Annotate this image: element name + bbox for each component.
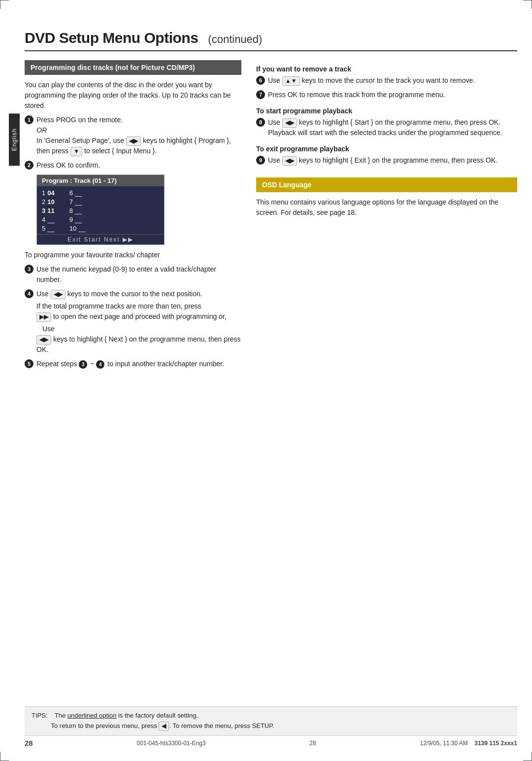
prog-row-6: 6 __ (69, 189, 86, 197)
prog-row-10: 10 __ (69, 225, 86, 232)
step-7-content: Press OK to remove this track from the p… (268, 90, 517, 100)
step-8-number: 8 (256, 118, 265, 127)
start-playback-heading: To start programme playback (256, 107, 517, 115)
page-number: 28 (25, 739, 33, 747)
step-8: 8 Use ◀▶ keys to highlight { Start } on … (256, 117, 517, 138)
step-4-text-d: keys to highlight { Next } on the progra… (36, 335, 240, 353)
footer-date-model: 12/9/05, 11:30 AM 3139 115 2xxx1 (420, 740, 517, 747)
footer-date: 12/9/05, 11:30 AM (420, 740, 467, 747)
step-1-text-e: to select { Input Menu }. (84, 147, 157, 155)
arrow-keys-step6: ▲▼ (282, 76, 300, 86)
step-5-number: 5 (25, 359, 33, 368)
arrow-keys-step4: ◀▶ (51, 290, 66, 299)
step-5-circle-4: 4 (96, 360, 104, 369)
step-1-text-c: In 'General Setup Page', use (36, 137, 126, 144)
corner-mark-br (523, 752, 532, 761)
footer-page-inner: 28 (309, 740, 316, 747)
step-5: 5 Repeat steps 3 ~ 4 to input another tr… (25, 359, 241, 369)
prog-left-col: 1 04 2 10 3 11 4 __ 5 __ (42, 189, 55, 232)
step-9-number: 9 (256, 156, 265, 165)
exit-playback-heading: To exit programme playback (256, 145, 517, 153)
step-3-text: Use the numeric keypad (0-9) to enter a … (36, 265, 216, 283)
step-7: 7 Press OK to remove this track from the… (256, 90, 517, 100)
osd-text: This menu contains various language opti… (256, 197, 517, 218)
step-1-content: Press PROG on the remote. OR In 'General… (36, 115, 241, 156)
prog-right-col: 6 __ 7 __ 8 __ 9 __ 10 __ (69, 189, 86, 232)
step-1-or: OR (36, 126, 47, 134)
intro-text: You can play the contents of the disc in… (25, 80, 241, 111)
prog-row-9: 9 __ (69, 216, 86, 223)
step-9: 9 Use ◀▶ keys to highlight { Exit } on t… (256, 155, 517, 166)
prog-row-5: 5 __ (42, 225, 55, 232)
step-7-number: 7 (256, 90, 265, 99)
footer-model: 3139 115 2xxx1 (474, 740, 517, 747)
step-1-text-a: Press PROG on the remote. (36, 116, 123, 124)
step-6-text-b: keys to move the cursor to the track you… (301, 76, 475, 84)
step-6: 6 Use ▲▼ keys to move the cursor to the … (256, 75, 517, 86)
right-column: If you want to remove a track 6 Use ▲▼ k… (256, 60, 517, 222)
arrow-keys-step4b: ▶▶ (36, 312, 51, 322)
step-5-tilde: ~ (90, 360, 94, 368)
step-7-text: Press OK to remove this track from the p… (268, 91, 445, 99)
corner-mark-bl (0, 752, 9, 761)
osd-section: OSD Language This menu contains various … (256, 177, 517, 218)
arrow-keys-2: ▼ (70, 147, 82, 156)
osd-heading: OSD Language (256, 177, 517, 192)
tips-label: TIPS: (32, 712, 48, 719)
step-2-text: Press OK to confirm. (36, 161, 100, 169)
programming-section-heading: Programming disc tracks (not for Picture… (25, 60, 241, 75)
prog-table-footer: Exit Start Next ▶▶ (37, 234, 164, 244)
remove-track-heading: If you want to remove a track (256, 65, 517, 73)
step-4-indent-2: Use (36, 324, 241, 334)
program-track-table: Program : Track (01 - 17) 1 04 2 10 3 11… (36, 174, 165, 245)
step-8-text-b: keys to highlight { Start } on the progr… (268, 118, 502, 137)
step-6-number: 6 (256, 76, 265, 85)
prog-table-body: 1 04 2 10 3 11 4 __ 5 __ 6 __ 7 __ 8 __ … (37, 186, 164, 234)
two-column-layout: Programming disc tracks (not for Picture… (25, 60, 517, 373)
footer-doc-id: 001-045-hts3300-01-Eng3 (136, 740, 205, 747)
step-2: 2 Press OK to confirm. (25, 160, 241, 171)
arrow-keys-step8: ◀▶ (282, 118, 297, 128)
step-6-content: Use ▲▼ keys to move the cursor to the tr… (268, 75, 517, 86)
footer-tips: TIPS: The underlined option is the facto… (25, 706, 517, 736)
step-8-text-a: Use (268, 118, 282, 126)
step-1: 1 Press PROG on the remote. OR In 'Gener… (25, 115, 241, 156)
arrow-keys-step9: ◀▶ (282, 156, 297, 166)
step-6-text-a: Use (268, 76, 282, 84)
step-3: 3 Use the numeric keypad (0-9) to enter … (25, 264, 241, 285)
arrow-keys-1: ◀▶ (126, 137, 141, 146)
step-2-content: Press OK to confirm. (36, 160, 241, 171)
step-5-content: Repeat steps 3 ~ 4 to input another trac… (36, 359, 241, 369)
left-column: Programming disc tracks (not for Picture… (25, 60, 241, 373)
step-9-text-a: Use (268, 156, 282, 164)
page-footer: TIPS: The underlined option is the facto… (25, 706, 517, 747)
prog-row-1: 1 04 (42, 189, 55, 197)
page-subtitle: (continued) (208, 33, 262, 46)
arrow-keys-step4c: ◀▶ (36, 335, 51, 345)
step-3-number: 3 (25, 265, 33, 274)
step-4: 4 Use ◀▶ keys to move the cursor to the … (25, 289, 241, 355)
step-4-indent-1: If the total programme tracks are more t… (36, 301, 241, 311)
step-5-circle-3: 3 (79, 360, 87, 369)
tips-line1-c: is the factory default setting. (117, 712, 198, 719)
step-4-number: 4 (25, 289, 33, 298)
prog-row-7: 7 __ (69, 198, 86, 206)
tips-line1-a: The (55, 712, 67, 719)
page-title: DVD Setup Menu Options (25, 30, 198, 46)
corner-mark-tr (523, 0, 532, 9)
step-4-text-c: to open the next page and proceed with p… (53, 312, 227, 320)
prog-row-2: 2 10 (42, 198, 55, 206)
prog-row-3: 3 11 (42, 207, 55, 214)
step-5-text-a: Repeat steps (36, 360, 79, 368)
back-arrow-icon: ◀ (159, 722, 169, 731)
page-header: DVD Setup Menu Options (continued) (25, 30, 517, 51)
prog-table-header: Program : Track (01 - 17) (37, 175, 164, 186)
tips-underlined: underlined option (67, 712, 117, 719)
main-content: DVD Setup Menu Options (continued) Progr… (25, 30, 517, 731)
prog-row-8: 8 __ (69, 207, 86, 214)
corner-mark-tl (0, 0, 9, 9)
step-2-number: 2 (25, 161, 33, 170)
step-3-content: Use the numeric keypad (0-9) to enter a … (36, 264, 241, 285)
prog-row-4: 4 __ (42, 216, 55, 223)
fav-tracks-heading: To programme your favourite tracks/ chap… (25, 250, 241, 260)
